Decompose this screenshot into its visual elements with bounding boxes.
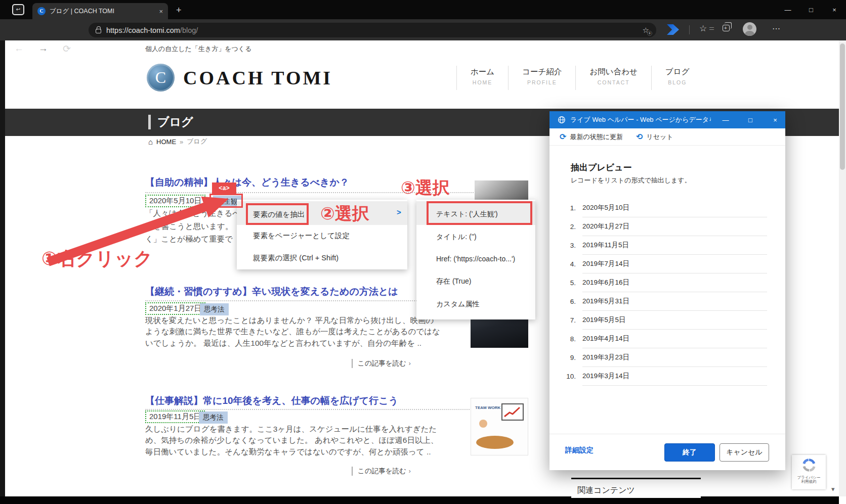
cartoon-whiteboard xyxy=(501,403,524,421)
home-icon[interactable]: ⌂ xyxy=(148,138,153,146)
list-item: 2.2020年1月27日 xyxy=(561,217,767,236)
item-value: 2019年3月23日 xyxy=(582,348,767,367)
annotation-step2: ②選択 xyxy=(320,202,369,225)
menu-item-select-parent[interactable]: 親要素の選択 (Ctrl + Shift) xyxy=(253,253,339,263)
list-item: 1.2020年5月10日 xyxy=(561,199,767,217)
nav-item-blog[interactable]: ブログ BLOG xyxy=(651,66,703,90)
list-item: 9.2019年3月23日 xyxy=(561,348,767,367)
tab-title: ブログ | COACH TOMI xyxy=(50,7,155,16)
scroll-down-icon[interactable]: ▾ xyxy=(831,485,835,493)
nav-blog-en: BLOG xyxy=(665,79,690,85)
finish-button[interactable]: 終了 xyxy=(664,443,715,462)
post-date-3: 2019年11月5日 xyxy=(145,410,205,423)
nav-item-home[interactable]: ホーム HOME xyxy=(456,66,508,90)
item-number: 1. xyxy=(561,204,576,212)
reset-button[interactable]: ⟲ リセット xyxy=(636,132,673,142)
browser-tab[interactable]: C ブログ | COACH TOMI × xyxy=(32,3,168,19)
post-title-3[interactable]: 【仕事解説】常に10年後を考え、仕事の幅を広げて行こう xyxy=(145,394,398,407)
dialog-minimize-button[interactable]: — xyxy=(715,116,736,124)
submenu-item-exists[interactable]: 存在 (True) xyxy=(436,277,471,286)
window-close-button[interactable]: × xyxy=(823,0,846,19)
post-tag-2[interactable]: 思考法 xyxy=(200,303,229,315)
post-thumbnail-3-teamwork-cartoon[interactable]: TEAM WORK xyxy=(471,398,528,455)
nav-contact-jp: お問い合わせ xyxy=(589,67,637,77)
recaptcha-icon xyxy=(800,456,818,474)
menu-item-set-pager[interactable]: 要素をページャーとして設定 xyxy=(253,231,350,241)
list-item: 4.2019年7月14日 xyxy=(561,255,767,273)
site-logo-text[interactable]: COACH TOMI xyxy=(183,67,332,89)
item-number: 7. xyxy=(561,316,576,324)
window-minimize-button[interactable]: — xyxy=(776,0,799,19)
nav-item-profile[interactable]: コーチ紹介 PROFILE xyxy=(508,66,575,90)
list-item: 3.2019年11月5日 xyxy=(561,236,767,255)
dialog-maximize-button[interactable]: □ xyxy=(740,116,760,124)
annotation-step3: ③選択 xyxy=(401,176,450,200)
cancel-button[interactable]: キャンセル xyxy=(720,443,769,462)
item-number: 6. xyxy=(561,298,576,305)
post-excerpt-3: 久しぶりにブログを書きます。ここ3ヶ月は、スケジュールに仕事を入れすぎたため、気… xyxy=(145,424,441,457)
related-content-title: 関連コンテンツ xyxy=(571,479,701,496)
nav-profile-jp: コーチ紹介 xyxy=(522,67,562,77)
dialog-title: ライブ Web ヘルパー - Web ページからデータを... xyxy=(570,115,711,124)
post-tag-3[interactable]: 思考法 xyxy=(199,411,228,424)
item-number: 4. xyxy=(561,260,576,268)
recaptcha-terms: 利用規約 xyxy=(792,480,826,484)
item-number: 10. xyxy=(561,373,576,380)
url-domain: https://coach-tomi.com xyxy=(106,26,180,34)
workspace-icon[interactable]: ↩ xyxy=(12,4,24,15)
refresh-state-label: 最新の状態に更新 xyxy=(570,132,623,142)
cartoon-team-label: TEAM WORK xyxy=(475,405,500,410)
dialog-close-button[interactable]: × xyxy=(765,116,785,124)
breadcrumb-current: ブログ xyxy=(187,137,207,146)
submenu-item-custom-attr[interactable]: カスタム属性 xyxy=(436,300,479,309)
read-more-label-3: この記事を読む xyxy=(358,467,406,475)
refresh-state-button[interactable]: ⟳ 最新の状態に更新 xyxy=(560,132,623,142)
item-value: 2019年11月5日 xyxy=(582,236,767,255)
window-bottom-edge xyxy=(0,496,839,504)
window-maximize-button[interactable]: □ xyxy=(799,0,823,19)
forward-icon[interactable]: → xyxy=(38,43,48,54)
read-more-link-3[interactable]: この記事を読む› xyxy=(352,467,411,476)
nav-profile-en: PROFILE xyxy=(522,79,562,85)
item-value: 2019年7月14日 xyxy=(582,255,767,273)
favorites-lines-icon: —— xyxy=(709,26,714,30)
item-value: 2019年4月14日 xyxy=(582,330,767,348)
submenu-item-title[interactable]: タイトル: ('') xyxy=(436,233,477,242)
tab-close-icon[interactable]: × xyxy=(159,8,163,15)
window-left-edge xyxy=(0,40,5,504)
post-title-2[interactable]: 【継続・習慣のすすめ】辛い現状を変えるための方法とは xyxy=(145,285,398,298)
list-item: 6.2019年5月31日 xyxy=(561,292,767,311)
item-number: 5. xyxy=(561,279,576,287)
recaptcha-badge[interactable]: プライバシー 利用規約 xyxy=(792,455,826,489)
read-more-link-2[interactable]: この記事を読む› xyxy=(352,359,411,368)
breadcrumb-home[interactable]: HOME xyxy=(156,138,176,146)
reset-label: リセット xyxy=(646,132,673,142)
site-nav: ホーム HOME コーチ紹介 PROFILE お問い合わせ CONTACT ブロ… xyxy=(456,66,703,90)
cartoon-table xyxy=(476,436,514,449)
refresh-icon[interactable]: ⟳ xyxy=(63,43,71,55)
breadcrumb-separator: » xyxy=(180,138,183,146)
site-favicon: C xyxy=(37,7,46,15)
extraction-preview-subheading: レコードをリストの形式で抽出します。 xyxy=(571,176,691,185)
reset-icon: ⟲ xyxy=(636,132,643,142)
add-favorite-icon[interactable]: ☆+ xyxy=(643,26,649,35)
dialog-footer-divider xyxy=(549,434,785,434)
post-date-2: 2020年1月27日 xyxy=(145,302,205,315)
submenu-item-href[interactable]: Href: ('https://coach-to...') xyxy=(436,255,515,263)
cartoon-chart-line xyxy=(502,404,523,420)
browser-titlebar: ↩ C ブログ | COACH TOMI × + — □ × xyxy=(0,0,846,19)
site-logo-mark[interactable]: C xyxy=(147,64,175,91)
settings-menu-icon[interactable]: ⋯ xyxy=(772,24,781,33)
profile-avatar[interactable] xyxy=(743,22,756,36)
list-item: 5.2019年6月16日 xyxy=(561,273,767,292)
new-tab-button[interactable]: + xyxy=(176,5,182,16)
scrollbar-thumb[interactable] xyxy=(840,43,845,170)
back-icon[interactable]: ← xyxy=(14,43,24,54)
nav-item-contact[interactable]: お問い合わせ CONTACT xyxy=(575,66,651,90)
favorites-icon[interactable]: ☆ xyxy=(699,23,707,34)
advanced-settings-link[interactable]: 詳細設定 xyxy=(565,446,594,455)
page-title-accent xyxy=(148,115,151,129)
address-bar[interactable]: https://coach-tomi.com/blog/ ☆+ xyxy=(89,23,656,37)
extraction-preview-list: 1.2020年5月10日 2.2020年1月27日 3.2019年11月5日 4… xyxy=(561,199,767,386)
item-number: 3. xyxy=(561,242,576,249)
